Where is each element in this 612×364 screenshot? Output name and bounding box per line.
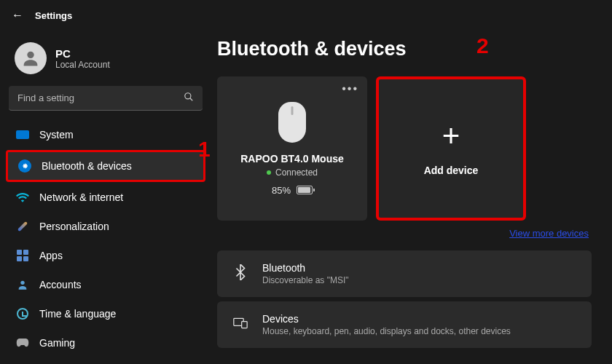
header-title: Settings [35,10,72,21]
nav-item-gaming[interactable]: Gaming [6,329,205,357]
sidebar: PC Local Account System ⁕ Bluetooth & de… [0,31,211,363]
nav-label: Gaming [39,337,75,349]
plus-icon: + [442,121,460,151]
devices-row: ••• RAPOO BT4.0 Mouse Connected 85% + Ad… [217,76,592,221]
svg-line-2 [190,98,193,101]
accounts-icon [16,278,29,291]
device-name: RAPOO BT4.0 Mouse [240,153,344,165]
nav-label: Apps [39,250,63,261]
setting-row-bluetooth[interactable]: Bluetooth Discoverable as "MSI" [217,250,592,297]
device-battery: 85% [272,185,313,196]
devices-glyph-icon [232,317,249,333]
profile-block[interactable]: PC Local Account [6,36,205,86]
device-card[interactable]: ••• RAPOO BT4.0 Mouse Connected 85% [217,76,367,221]
main-content: Bluetooth & devices ••• RAPOO BT4.0 Mous… [211,31,612,363]
nav-item-bluetooth-devices[interactable]: ⁕ Bluetooth & devices [6,150,205,182]
user-icon [20,48,41,68]
nav-label: Personalization [39,221,109,232]
setting-title: Devices [262,313,511,325]
profile-name: PC [55,47,110,60]
setting-row-devices[interactable]: Devices Mouse, keyboard, pen, audio, dis… [217,301,592,348]
mouse-image-icon [278,102,306,143]
svg-rect-6 [242,321,248,328]
apps-icon [16,249,29,262]
profile-sub: Local Account [55,60,110,70]
nav-item-system[interactable]: System [6,121,205,149]
bluetooth-icon: ⁕ [18,159,31,173]
window-header: ← Settings [0,0,612,31]
page-title: Bluetooth & devices [217,38,592,60]
svg-point-0 [27,52,34,58]
battery-percent: 85% [272,185,291,196]
nav-list: System ⁕ Bluetooth & devices Network & i… [6,121,205,363]
add-device-button[interactable]: + Add device [376,76,526,221]
nav-item-accounts[interactable]: Accounts [6,271,205,298]
nav-label: System [39,129,74,141]
search-icon [184,92,194,104]
nav-item-time-language[interactable]: Time & language [6,300,205,328]
wifi-icon [16,191,29,204]
search-box[interactable] [9,86,203,111]
setting-sub: Mouse, keyboard, pen, audio, displays an… [262,326,511,336]
bluetooth-glyph-icon [232,264,249,284]
battery-icon [297,186,313,194]
svg-point-3 [20,281,24,285]
nav-label: Network & internet [39,191,123,203]
setting-sub: Discoverable as "MSI" [262,275,349,285]
main-container: PC Local Account System ⁕ Bluetooth & de… [0,31,612,363]
clock-icon [16,307,29,320]
svg-point-1 [185,93,191,99]
avatar [15,42,47,74]
back-arrow-icon[interactable]: ← [12,9,23,22]
device-status-text: Connected [275,167,318,178]
system-icon [16,128,29,141]
add-device-label: Add device [424,165,479,176]
nav-label: Accounts [39,279,82,290]
nav-item-network[interactable]: Network & internet [6,183,205,211]
setting-title: Bluetooth [262,262,349,274]
nav-label: Bluetooth & devices [42,160,132,172]
brush-icon [16,220,29,233]
more-icon[interactable]: ••• [342,82,358,95]
search-input[interactable] [17,92,184,103]
nav-item-accessibility[interactable]: Accessibility [6,358,205,363]
device-status: Connected [267,167,318,178]
view-more-devices-link[interactable]: View more devices [217,228,589,239]
gaming-icon [16,336,29,349]
nav-item-personalization[interactable]: Personalization [6,213,205,240]
status-dot-icon [267,170,271,175]
nav-item-apps[interactable]: Apps [6,242,205,269]
nav-label: Time & language [39,308,116,320]
